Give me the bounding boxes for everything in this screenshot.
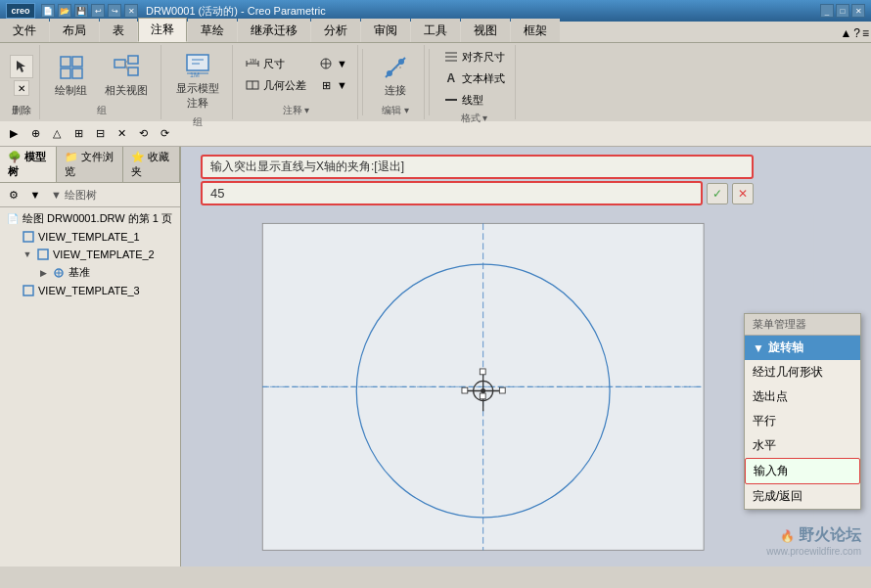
tab-table[interactable]: 表 bbox=[100, 19, 137, 42]
tab-frame[interactable]: 框架 bbox=[511, 19, 560, 42]
tab-layout[interactable]: 布局 bbox=[50, 19, 99, 42]
tab-inherit-migrate[interactable]: 继承迁移 bbox=[238, 19, 310, 42]
toolbar-regen[interactable]: ✕ bbox=[124, 4, 138, 18]
input-prompt-textfield[interactable] bbox=[201, 181, 703, 205]
secondary-toolbar: ▶ ⊕ △ ⊞ ⊟ ✕ ⟲ ⟳ bbox=[0, 121, 871, 147]
input-prompt-area: 输入突出显示直线与X轴的夹角:[退出] ✓ ✕ bbox=[201, 155, 754, 205]
menu-item-horizontal[interactable]: 水平 bbox=[745, 433, 860, 458]
play-btn[interactable]: ▶ bbox=[4, 124, 23, 144]
annotation-extra1[interactable]: ▼ bbox=[314, 54, 351, 73]
menu-item-horizontal-label: 水平 bbox=[753, 437, 776, 454]
datum-icon bbox=[52, 266, 66, 280]
tab-annotation[interactable]: 注释 bbox=[138, 18, 187, 42]
tree-datum-label: 基准 bbox=[69, 265, 90, 280]
display-model-annotation-btn[interactable]: 1M 显示模型 注释 bbox=[169, 47, 226, 113]
dimension-icon: 1M bbox=[245, 56, 260, 71]
tree-filter-btn[interactable]: ▼ bbox=[25, 185, 45, 204]
geometric-tolerance-btn[interactable]: 几何公差 bbox=[241, 75, 310, 95]
tree-item-drawing[interactable]: 📄 绘图 DRW0001.DRW 的第 1 页 bbox=[2, 209, 178, 228]
panel-tab-favorites[interactable]: ⭐ 收藏夹 bbox=[123, 147, 180, 182]
ribbon-collapse-btn[interactable]: ▲ bbox=[840, 26, 851, 40]
view2-icon bbox=[36, 248, 50, 261]
view2-toggle[interactable]: ▼ bbox=[22, 249, 33, 260]
undo-sec-btn[interactable]: ⟲ bbox=[133, 124, 153, 144]
tab-file[interactable]: 文件 bbox=[0, 19, 49, 42]
tree-settings-btn[interactable]: ⚙ bbox=[4, 185, 23, 204]
annotation-icon1 bbox=[318, 56, 334, 71]
draw-group-btn[interactable]: 绘制组 bbox=[48, 49, 94, 101]
menu-item-parallel[interactable]: 平行 bbox=[745, 409, 860, 433]
input-prompt-label: 输入突出显示直线与X轴的夹角:[退出] bbox=[201, 155, 754, 179]
view1-icon bbox=[22, 230, 35, 244]
tree-toolbar: ⚙ ▼ ▼ 绘图树 bbox=[0, 183, 180, 207]
drawing-file-icon: 📄 bbox=[6, 212, 20, 226]
input-cancel-btn[interactable]: ✕ bbox=[732, 183, 754, 204]
ribbon-panel: ✕ 删除 绘制组 bbox=[0, 43, 871, 121]
tree-section-label: ▼ 绘图树 bbox=[51, 188, 97, 203]
svg-rect-2 bbox=[61, 68, 70, 78]
connect-btn[interactable]: 连接 bbox=[373, 49, 418, 101]
maximize-button[interactable]: □ bbox=[836, 4, 849, 18]
close-button[interactable]: ✕ bbox=[851, 4, 865, 18]
toolbar-redo[interactable]: ↪ bbox=[108, 4, 121, 18]
tree-view2-label: VIEW_TEMPLATE_2 bbox=[53, 249, 155, 260]
tree-drawing-label: 绘图 DRW0001.DRW 的第 1 页 bbox=[23, 211, 172, 226]
ribbon-settings-btn[interactable]: ≡ bbox=[862, 26, 869, 40]
tree-view3-label: VIEW_TEMPLATE_3 bbox=[38, 285, 140, 296]
related-view-icon bbox=[111, 52, 142, 83]
dimension-btn[interactable]: 1M 尺寸 bbox=[241, 54, 310, 73]
text-style-btn[interactable]: A 文本样式 bbox=[439, 68, 509, 88]
drawing-area[interactable]: 输入突出显示直线与X轴的夹角:[退出] ✓ ✕ bbox=[181, 147, 871, 566]
menu-item-input-angle-label: 输入角 bbox=[754, 463, 789, 479]
tree-item-view2[interactable]: ▼ VIEW_TEMPLATE_2 bbox=[2, 246, 178, 263]
svg-rect-36 bbox=[23, 286, 33, 295]
ribbon-group-display: 1M 显示模型 注释 组 bbox=[163, 45, 233, 119]
menu-item-input-angle[interactable]: 输入角 bbox=[745, 458, 860, 484]
toolbar-undo[interactable]: ↩ bbox=[91, 4, 105, 18]
grid-btn[interactable]: ⊞ bbox=[69, 124, 88, 144]
toolbar-new[interactable]: 📄 bbox=[41, 4, 55, 18]
annotation-extra2[interactable]: ⊞ ▼ bbox=[314, 75, 351, 95]
tab-review[interactable]: 审阅 bbox=[361, 19, 410, 42]
menu-item-through-geom[interactable]: 经过几何形状 bbox=[745, 360, 860, 384]
close-sec-btn[interactable]: ✕ bbox=[112, 124, 131, 144]
svg-rect-5 bbox=[128, 56, 138, 64]
tab-sketch[interactable]: 草绘 bbox=[188, 19, 237, 42]
ribbon-group-annotation: 1M 尺寸 几何公差 bbox=[235, 45, 358, 119]
connect-icon bbox=[380, 52, 411, 83]
svg-rect-3 bbox=[72, 68, 82, 78]
tab-tools[interactable]: 工具 bbox=[411, 19, 460, 42]
minus-btn[interactable]: ⊟ bbox=[90, 124, 110, 144]
menu-item-done-return[interactable]: 完成/返回 bbox=[745, 484, 860, 509]
related-view-btn[interactable]: 相关视图 bbox=[98, 49, 155, 101]
tree-item-datum[interactable]: ▶ 基准 bbox=[2, 263, 178, 282]
panel-tab-file-browser[interactable]: 📁 文件浏览 bbox=[57, 147, 122, 182]
input-confirm-btn[interactable]: ✓ bbox=[707, 183, 728, 204]
menu-item-select-point[interactable]: 选出点 bbox=[745, 384, 860, 409]
up-btn[interactable]: △ bbox=[47, 124, 67, 144]
svg-rect-6 bbox=[128, 68, 138, 75]
redo-sec-btn[interactable]: ⟳ bbox=[155, 124, 174, 144]
help-btn[interactable]: ? bbox=[853, 26, 860, 40]
tab-analysis[interactable]: 分析 bbox=[311, 19, 360, 42]
tree-item-view1[interactable]: VIEW_TEMPLATE_1 bbox=[2, 228, 178, 246]
ribbon-separator-1 bbox=[362, 49, 363, 115]
line-type-btn[interactable]: 线型 bbox=[439, 90, 509, 110]
tab-view[interactable]: 视图 bbox=[461, 19, 510, 42]
watermark-url: www.proewildfire.com bbox=[766, 546, 861, 557]
input-prompt-field: ✓ ✕ bbox=[201, 181, 754, 205]
text-style-icon: A bbox=[443, 70, 459, 86]
delete-btn[interactable]: 删除 bbox=[12, 104, 31, 117]
add-btn[interactable]: ⊕ bbox=[25, 124, 45, 144]
ribbon-group-connect: 连接 编辑 ▾ bbox=[367, 45, 425, 119]
datum-toggle[interactable]: ▶ bbox=[37, 267, 49, 279]
align-dimension-btn[interactable]: 对齐尺寸 bbox=[439, 47, 509, 67]
left-panel: 🌳 模型树 📁 文件浏览 ⭐ 收藏夹 ⚙ ▼ ▼ 绘图树 📄 绘图 DRW000… bbox=[0, 147, 181, 566]
tree-item-view3[interactable]: VIEW_TEMPLATE_3 bbox=[2, 282, 178, 299]
minimize-button[interactable]: _ bbox=[820, 4, 834, 18]
cursor-small-icon: ✕ bbox=[14, 80, 29, 96]
watermark-icon: 🔥 bbox=[780, 529, 795, 543]
panel-tab-model-tree[interactable]: 🌳 模型树 bbox=[0, 147, 57, 182]
toolbar-open[interactable]: 📂 bbox=[58, 4, 71, 18]
toolbar-save[interactable]: 💾 bbox=[74, 4, 88, 18]
